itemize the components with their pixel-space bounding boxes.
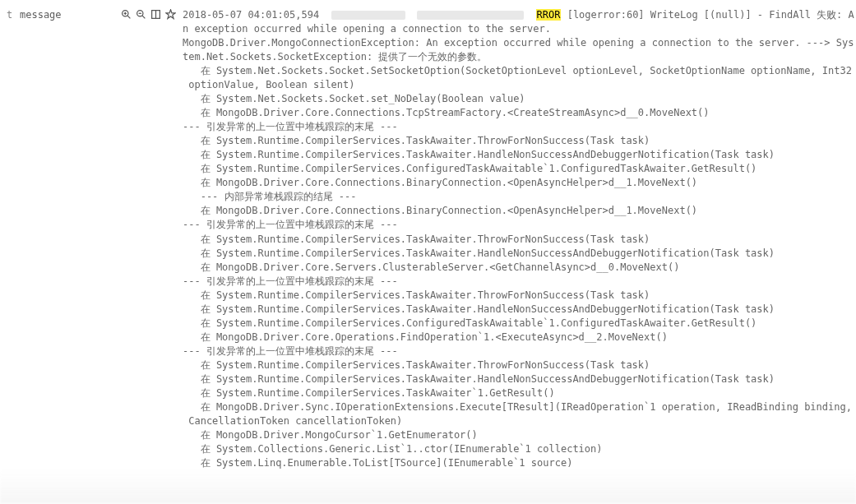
log-header-tail: [logerror:60] WriteLog [(null)] - FindAl… [561, 9, 854, 21]
field-name-label[interactable]: message [20, 8, 62, 22]
log-level-highlight: RROR [536, 9, 562, 21]
field-column: t message [0, 0, 115, 504]
zoom-in-icon[interactable] [120, 8, 132, 20]
svg-line-5 [142, 16, 145, 18]
columns-icon[interactable] [150, 8, 161, 20]
zoom-out-icon[interactable] [135, 8, 146, 20]
log-first-line: 2018-05-07 04:01:05,594 RROR [logerror:6… [183, 8, 856, 22]
row-toolbar [115, 0, 178, 504]
log-message-content[interactable]: 2018-05-07 04:01:05,594 RROR [logerror:6… [178, 0, 856, 504]
log-body: n exception occurred while opening a con… [183, 23, 854, 469]
filter-icon[interactable] [164, 8, 176, 20]
log-timestamp: 2018-05-07 04:01:05,594 [183, 9, 319, 21]
field-type-indicator: t [7, 8, 15, 22]
blurred-footer [0, 469, 856, 504]
svg-line-1 [127, 16, 130, 18]
main-container: t message 2018-05-07 04:01:05,594 RROR [… [0, 0, 856, 504]
